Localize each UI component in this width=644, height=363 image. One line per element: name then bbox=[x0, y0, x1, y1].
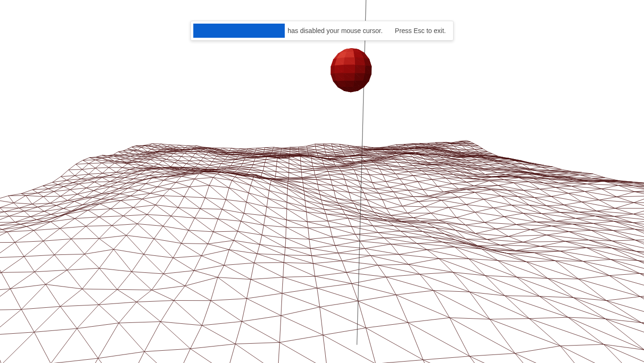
pointer-lock-banner: has disabled your mouse cursor. Press Es… bbox=[190, 21, 454, 41]
banner-origin-chip bbox=[193, 24, 285, 38]
webgl-scene-canvas[interactable] bbox=[0, 0, 644, 363]
banner-message-text: has disabled your mouse cursor. bbox=[288, 21, 383, 40]
banner-exit-text: Press Esc to exit. bbox=[395, 21, 446, 40]
